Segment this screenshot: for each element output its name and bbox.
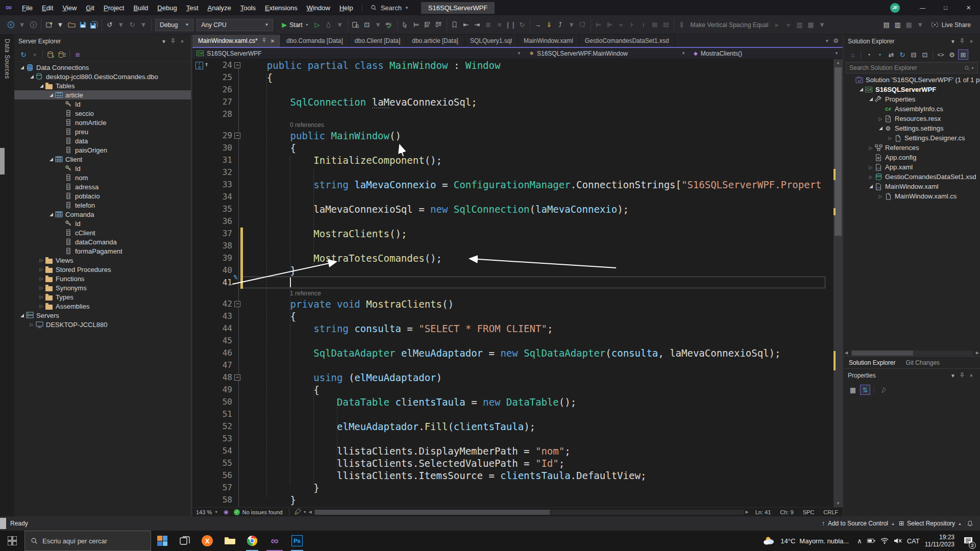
tree-item-cclient[interactable]: cClient — [14, 228, 191, 237]
breadcrumb-type[interactable]: ❖ S16SQLServerWPF.MainWindow ▼ — [525, 48, 690, 59]
taskbar-clock[interactable]: 19:23 11/11/2023 — [925, 534, 954, 548]
spell-check-icon[interactable]: abc — [384, 19, 395, 31]
tree-item-id[interactable]: Id — [14, 164, 191, 173]
tree-item-desktop-jccl880-gestiocomandes-dbo[interactable]: desktop-jccl880.GestioComandes.dbo — [14, 72, 191, 81]
align-icon-2[interactable]: ⊫ — [604, 19, 616, 31]
uncomment-icon[interactable]: ≡ — [494, 19, 505, 31]
code-line-26[interactable]: 26 — [192, 84, 843, 96]
restart-icon[interactable]: ↻ — [517, 19, 528, 31]
collapsed-arrow-icon[interactable]: ▷ — [867, 165, 874, 170]
tree-item-servers[interactable]: Servers — [14, 311, 191, 320]
refresh-icon[interactable]: ↻ — [897, 49, 908, 60]
select-repository-button[interactable]: ⊞ Select Repository ▲ — [899, 520, 962, 527]
breakpoints-icon[interactable] — [577, 19, 589, 31]
align-lefts-icon[interactable] — [422, 19, 433, 31]
tree-item-tables[interactable]: Tables — [14, 81, 191, 90]
collapse-icon[interactable]: − — [234, 374, 240, 381]
pin-icon[interactable] — [262, 38, 266, 44]
tree-item-seccio[interactable]: seccio — [14, 109, 191, 118]
stop-refresh-icon[interactable]: × — [30, 49, 40, 60]
doc-well-dropdown-icon[interactable]: ▼ — [825, 39, 829, 43]
tree-item-datacomanda[interactable]: dataComanda — [14, 237, 191, 246]
platform-dropdown[interactable]: Any CPU▼ — [197, 19, 273, 31]
xampp-icon[interactable]: X — [196, 531, 218, 551]
save-icon[interactable] — [77, 19, 88, 31]
solution-config-dropdown[interactable]: Debug▼ — [155, 19, 193, 31]
tree-item-desktop-jccl880[interactable]: ▷DESKTOP-JCCL880 — [14, 320, 191, 329]
hscrollbar-thumb[interactable] — [852, 350, 913, 356]
collapsed-arrow-icon[interactable]: ▷ — [877, 194, 884, 199]
tree-item-nom[interactable]: nom — [14, 173, 191, 182]
center-horizontal-icon[interactable]: ⫟ — [616, 19, 627, 31]
increase-spacing-icon[interactable]: ⫦ — [771, 19, 782, 31]
menu-window[interactable]: Window — [302, 3, 335, 13]
wifi-icon[interactable] — [880, 537, 889, 545]
scroll-right-icon[interactable]: ▶ — [746, 509, 749, 515]
merge-cells-icon[interactable]: ▦ — [805, 19, 816, 31]
tree-item-app-xaml[interactable]: ▷<>App.xaml — [844, 162, 980, 172]
expanded-arrow-icon[interactable] — [877, 127, 884, 130]
hidden-icons-chevron[interactable]: ∧ — [857, 537, 862, 545]
step-into-icon[interactable]: ⇓ — [544, 19, 555, 31]
tree-item-assemblies[interactable]: ▷Assemblies — [14, 302, 191, 311]
editor-vertical-scrollbar[interactable]: ▲ ▼ — [834, 59, 843, 507]
redo-caret-icon[interactable]: ▼ — [138, 19, 149, 31]
maximize-button[interactable]: □ — [934, 0, 957, 15]
select-tool-icon[interactable] — [400, 19, 411, 31]
zoom-dropdown[interactable]: 143 %▼ — [192, 509, 222, 515]
menu-tools[interactable]: Tools — [236, 3, 260, 13]
menu-view[interactable]: View — [58, 3, 81, 13]
issues-indicator[interactable]: ✓ No issues found — [234, 509, 283, 515]
tree-item-synonyms[interactable]: ▷Synonyms — [14, 283, 191, 292]
collapsed-arrow-icon[interactable]: ▷ — [877, 116, 884, 121]
code-line-29[interactable]: 29− public MainWindow() — [192, 130, 843, 142]
tree-item-app-config[interactable]: App.config — [844, 153, 980, 162]
tree-item-mainwindow-xaml-cs[interactable]: ▷MainWindow.xaml.cs — [844, 191, 980, 201]
panel-menu-icon[interactable]: ▼ — [948, 373, 958, 379]
add-source-control-button[interactable]: ↑ Add to Source Control ▲ — [822, 520, 895, 527]
encoding-indicator[interactable]: SPC — [798, 509, 819, 515]
language-indicator[interactable]: CAT — [907, 537, 920, 545]
expanded-arrow-icon[interactable] — [18, 314, 26, 317]
codelens-references[interactable]: 0 references — [192, 120, 843, 130]
data-sources-tab[interactable]: Data Sources — [4, 39, 11, 79]
sync-with-active-doc-icon[interactable]: ⇄ — [886, 49, 896, 60]
tree-item-mainwindow-xaml[interactable]: <>MainWindow.xaml — [844, 182, 980, 191]
tree-item-data-connections[interactable]: Data Connections — [14, 63, 191, 72]
new-project-caret-icon[interactable]: ▼ — [55, 19, 66, 31]
comment-icon[interactable]: ≣ — [483, 19, 494, 31]
collapsed-arrow-icon[interactable]: ▷ — [887, 136, 894, 141]
scrollbar-thumb[interactable] — [835, 67, 842, 236]
taskbar-search-input[interactable]: Escriu aquí per cercar — [24, 531, 151, 551]
collapsed-arrow-icon[interactable]: ▷ — [38, 267, 45, 272]
menu-project[interactable]: Project — [99, 3, 129, 13]
expanded-arrow-icon[interactable] — [18, 66, 26, 69]
code-line-58[interactable]: 58 } — [192, 494, 843, 506]
collapsed-arrow-icon[interactable]: ▷ — [38, 304, 45, 309]
tree-item-paisorigen[interactable]: paisOrigen — [14, 145, 191, 155]
menu-help[interactable]: Help — [335, 3, 358, 13]
grid-options-icon[interactable]: ▦ — [903, 19, 915, 31]
tree-item-article[interactable]: article — [14, 90, 191, 99]
panel-menu-icon[interactable]: ▼ — [948, 39, 958, 44]
expanded-arrow-icon[interactable] — [857, 88, 865, 91]
task-view-icon[interactable] — [174, 531, 196, 551]
collapsed-arrow-icon[interactable]: ▷ — [28, 322, 35, 327]
find-in-files-icon[interactable] — [350, 19, 361, 31]
categorized-icon[interactable]: ▦ — [848, 385, 858, 395]
search-box[interactable]: Search ▼ — [362, 4, 416, 12]
expanded-arrow-icon[interactable] — [867, 97, 874, 101]
cell-layout-icon[interactable]: ▥ — [892, 19, 903, 31]
tree-item-adressa[interactable]: adressa — [14, 182, 191, 191]
line-ending-indicator[interactable]: CRLF — [819, 509, 843, 515]
live-share-button[interactable]: Live Share — [931, 21, 971, 29]
align-tops-icon[interactable] — [433, 19, 445, 31]
properties-icon[interactable]: ⚙ — [947, 49, 957, 60]
menu-build[interactable]: Build — [129, 3, 153, 13]
pin-icon[interactable] — [958, 38, 967, 45]
tree-item-nomarticle[interactable]: nomArticle — [14, 118, 191, 127]
tool-tab-git-changes[interactable]: Git Changes — [900, 357, 945, 368]
bookmark-next-icon[interactable]: ⇥ — [472, 19, 483, 31]
tree-item-assemblyinfo-cs[interactable]: C#AssemblyInfo.cs — [844, 104, 980, 114]
code-line-30[interactable]: 30 { — [192, 142, 843, 154]
